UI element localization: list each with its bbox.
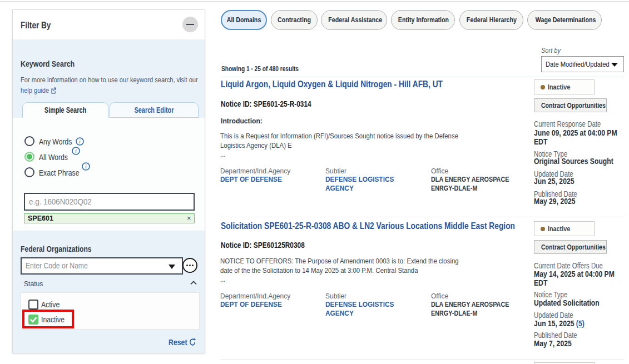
svg-text:i: i: [75, 148, 77, 154]
svg-text:i: i: [85, 163, 87, 169]
svg-text:i: i: [79, 138, 81, 144]
